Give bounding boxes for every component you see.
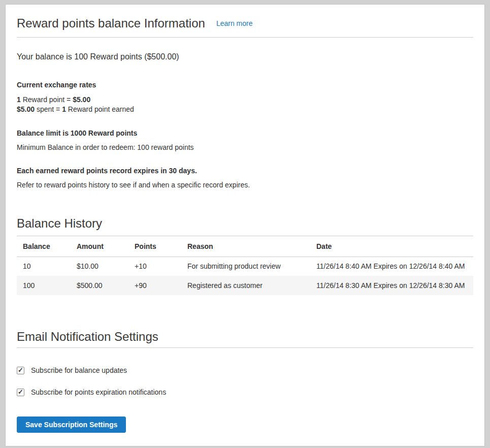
cell-reason: Registered as customer <box>181 276 310 295</box>
rate-spend-points: 1 <box>62 105 66 113</box>
balance-summary: Your balance is 100 Reward points ($500.… <box>17 52 473 62</box>
cell-date: 11/26/14 8:40 AM Expires on 12/26/14 8:4… <box>310 257 473 276</box>
column-header-balance: Balance <box>17 236 71 257</box>
rate-earn-mid: Reward point = <box>21 95 73 104</box>
header-divider <box>17 37 473 38</box>
table-header-row: Balance Amount Points Reason Date <box>17 236 473 257</box>
balance-updates-checkbox[interactable] <box>17 367 24 374</box>
balance-updates-label: Subscribe for balance updates <box>31 366 127 374</box>
expiration-heading: Each earned reward points record expires… <box>17 166 473 175</box>
cell-points: +90 <box>128 276 181 295</box>
cell-reason: For submitting product review <box>181 257 310 276</box>
points-expiration-checkbox[interactable] <box>17 389 24 396</box>
column-header-points: Points <box>128 236 181 257</box>
column-header-reason: Reason <box>181 236 310 257</box>
rate-spend-value: $5.00 <box>17 105 35 113</box>
expiration-note: Refer to reward points history to see if… <box>17 180 473 189</box>
cell-amount: $500.00 <box>71 276 128 295</box>
rate-earn-line: 1 Reward point = $5.00 <box>17 95 473 105</box>
rate-spend-mid: spent = <box>35 105 62 113</box>
save-subscription-settings-button[interactable]: Save Subscription Settings <box>17 417 126 433</box>
balance-history-table: Balance Amount Points Reason Date 10 $10… <box>17 236 473 295</box>
rate-spend-line: $5.00 spent = 1 Reward point earned <box>17 105 473 114</box>
cell-points: +10 <box>128 257 181 276</box>
cell-balance: 10 <box>17 257 71 276</box>
cell-amount: $10.00 <box>71 257 128 276</box>
balance-limit-text: Balance limit is 1000 Reward points <box>17 129 473 138</box>
page-title: Reward points balance Information <box>17 16 205 31</box>
exchange-rates: 1 Reward point = $5.00 $5.00 spent = 1 R… <box>17 95 473 114</box>
rate-earn-value: $5.00 <box>73 95 90 104</box>
rate-spend-suffix: Reward point earned <box>66 105 134 113</box>
cell-date: 11/26/14 8:30 AM Expires on 12/26/14 8:3… <box>310 276 473 295</box>
email-settings-divider <box>17 347 473 348</box>
balance-updates-checkbox-row[interactable]: Subscribe for balance updates <box>17 366 473 374</box>
column-header-amount: Amount <box>71 236 128 257</box>
table-row: 100 $500.00 +90 Registered as customer 1… <box>17 276 473 295</box>
points-expiration-label: Subscribe for points expiration notifica… <box>31 388 166 396</box>
table-row: 10 $10.00 +10 For submitting product rev… <box>17 257 473 276</box>
email-settings-title: Email Notification Settings <box>17 329 473 344</box>
balance-history-title: Balance History <box>17 216 473 231</box>
exchange-rates-heading: Current exchange rates <box>17 80 473 89</box>
card-header: Reward points balance Information Learn … <box>17 5 473 31</box>
rate-earn-points: 1 <box>17 95 21 104</box>
cell-balance: 100 <box>17 276 71 295</box>
reward-points-card: Reward points balance Information Learn … <box>5 4 485 446</box>
points-expiration-checkbox-row[interactable]: Subscribe for points expiration notifica… <box>17 388 473 396</box>
min-balance-text: Minimum Balance in order to redeem: 100 … <box>17 143 473 152</box>
learn-more-link[interactable]: Learn more <box>216 19 253 27</box>
column-header-date: Date <box>310 236 473 257</box>
